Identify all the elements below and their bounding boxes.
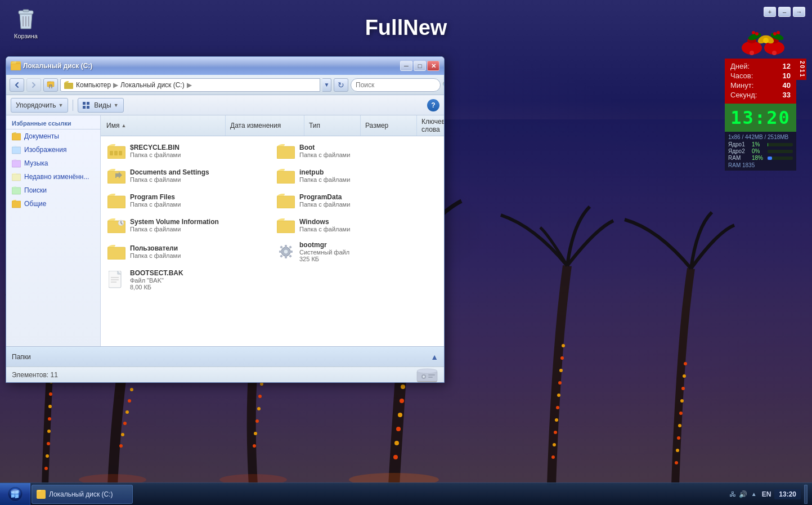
help-button[interactable]: ? — [427, 99, 439, 111]
sidebar-item-documents[interactable]: Документы — [6, 129, 100, 143]
sidebar-item-recent[interactable]: Недавно изменённ... — [6, 170, 100, 184]
svg-rect-98 — [12, 174, 21, 181]
svg-rect-103 — [114, 151, 118, 155]
back-button[interactable] — [10, 78, 24, 92]
col-header-date[interactable]: Дата изменения — [226, 115, 304, 136]
taskbar-right: 🖧 🔊 ▲ EN 13:20 — [728, 485, 812, 504]
recycle-bin-icon[interactable]: Корзина — [6, 6, 46, 42]
refresh-button[interactable]: ↻ — [334, 78, 348, 92]
svg-point-46 — [44, 467, 48, 470]
svg-rect-96 — [12, 147, 21, 154]
taskbar-task-explorer[interactable]: Локальный диск (C:) — [32, 485, 133, 504]
svg-point-47 — [46, 454, 49, 458]
svg-point-73 — [750, 51, 754, 55]
sidebar-item-shared[interactable]: Общие — [6, 197, 100, 211]
views-button[interactable]: Виды ▼ — [78, 98, 123, 113]
hours-value: 10 — [783, 71, 791, 80]
file-name-bootmgr: bootmgr — [299, 241, 349, 249]
address-dropdown[interactable]: ▼ — [322, 78, 331, 92]
start-button[interactable] — [0, 483, 30, 506]
settings-icon-bootmgr — [277, 243, 295, 261]
file-item-bootmgr[interactable]: bootmgr Системный файл 325 КБ — [272, 238, 442, 266]
address-bar[interactable]: Компьютер ▶ Локальный диск (C:) ▶ — [60, 78, 320, 92]
search-box: 🔍 — [351, 78, 441, 92]
search-icon[interactable]: 🔍 — [442, 81, 445, 89]
close-button[interactable]: ✕ — [427, 61, 439, 71]
maximize-button[interactable]: □ — [414, 61, 426, 71]
minimize-button[interactable]: ─ — [400, 61, 412, 71]
file-info-boot: Boot Папка с файлами — [299, 144, 350, 158]
widget-year: 2011 — [796, 59, 806, 80]
control-plus-btn[interactable]: + — [764, 7, 776, 17]
file-item-docs-settings[interactable]: Documents and Settings Папка с файлами — [103, 163, 272, 188]
volume-icon[interactable]: 🔊 — [739, 490, 748, 499]
svg-rect-89 — [47, 82, 54, 87]
sidebar-recent-label: Недавно изменённ... — [24, 173, 89, 181]
file-item-recycle[interactable]: $RECYCLE.BIN Папка с файлами — [103, 138, 272, 163]
file-area: Имя Дата изменения Тип Размер Ключевые с… — [101, 115, 444, 346]
svg-point-15 — [254, 432, 257, 435]
file-item-windows[interactable]: Windows Папка с файлами — [272, 213, 442, 238]
search-input[interactable] — [356, 81, 440, 89]
clock[interactable]: 13:20 — [774, 489, 801, 499]
file-desc-program-files: Папка с файлами — [130, 201, 181, 208]
file-item-boot[interactable]: Boot Папка с файлами — [272, 138, 442, 163]
file-list: $RECYCLE.BIN Папка с файлами — [101, 136, 444, 346]
file-name-recycle: $RECYCLE.BIN — [130, 144, 181, 151]
svg-rect-122 — [280, 254, 283, 258]
address-breadcrumb: Компьютер ▶ Локальный диск (C:) ▶ — [64, 81, 193, 89]
folders-label: Папки — [12, 353, 31, 361]
svg-point-29 — [401, 385, 405, 389]
desktop-controls: + – → — [764, 7, 805, 17]
folders-section[interactable]: Папки ▲ — [6, 346, 444, 367]
svg-point-2 — [119, 444, 123, 448]
sidebar-documents-label: Документы — [24, 132, 59, 140]
svg-point-40 — [556, 406, 559, 409]
col-header-type[interactable]: Тип — [304, 115, 361, 136]
control-minus-btn[interactable]: – — [778, 7, 791, 17]
svg-rect-113 — [107, 247, 125, 260]
col-header-size[interactable]: Размер — [361, 115, 417, 136]
core1-bar-bg — [768, 143, 793, 146]
days-label: Дней: — [730, 62, 750, 70]
title-bar-icon — [11, 61, 21, 70]
svg-point-54 — [675, 461, 678, 464]
ram-bar — [768, 157, 772, 160]
sidebar-title: Избранные ссылки — [6, 115, 100, 129]
network-icon[interactable]: 🖧 — [728, 490, 737, 499]
file-item-programdata[interactable]: ProgramData Папка с файлами — [272, 188, 442, 213]
file-item-inetpub[interactable]: inetpub Папка с файлами — [272, 163, 442, 188]
folder-icon-inetpub — [277, 167, 295, 185]
forward-button[interactable] — [26, 78, 41, 92]
sidebar-item-images[interactable]: Изображения — [6, 143, 100, 157]
file-item-program-files[interactable]: Program Files Папка с файлами — [103, 188, 272, 213]
col-header-keywords[interactable]: Ключевые слова — [417, 115, 444, 136]
sidebar-item-searches[interactable]: Поиски — [6, 184, 100, 197]
organize-button[interactable]: Упорядочить ▼ — [11, 98, 68, 113]
file-item-users[interactable]: Пользователи Папка с файлами — [103, 238, 272, 266]
sidebar-item-music[interactable]: Музыка — [6, 157, 100, 170]
file-item-bootsect[interactable]: BOOTSECT.BAK Файл "BAK" 8,00 КБ — [103, 266, 272, 294]
svg-rect-134 — [428, 377, 433, 378]
core1-label: Ядро1 — [728, 141, 750, 148]
arrow-up-icon[interactable]: ▲ — [750, 490, 759, 499]
svg-rect-95 — [12, 133, 21, 140]
control-arrow-btn[interactable]: → — [793, 7, 805, 17]
svg-point-61 — [683, 374, 686, 378]
svg-point-62 — [684, 362, 687, 365]
show-desktop-button[interactable] — [804, 485, 807, 504]
file-size-bootsect: 8,00 КБ — [130, 284, 183, 291]
file-desc-inetpub: Папка с файлами — [299, 176, 350, 183]
file-item-system-vol[interactable]: System Volume Information Папка с файлам… — [103, 213, 272, 238]
language-indicator[interactable]: EN — [762, 490, 771, 498]
svg-point-59 — [680, 399, 684, 403]
col-header-name[interactable]: Имя — [102, 115, 226, 136]
hours-label: Часов: — [730, 71, 753, 80]
svg-point-115 — [284, 249, 288, 254]
task-explorer-icon — [37, 490, 46, 499]
up-button[interactable] — [43, 78, 58, 92]
svg-rect-92 — [87, 102, 89, 105]
svg-point-84 — [755, 32, 759, 35]
svg-point-45 — [562, 344, 565, 347]
svg-point-44 — [560, 356, 564, 360]
